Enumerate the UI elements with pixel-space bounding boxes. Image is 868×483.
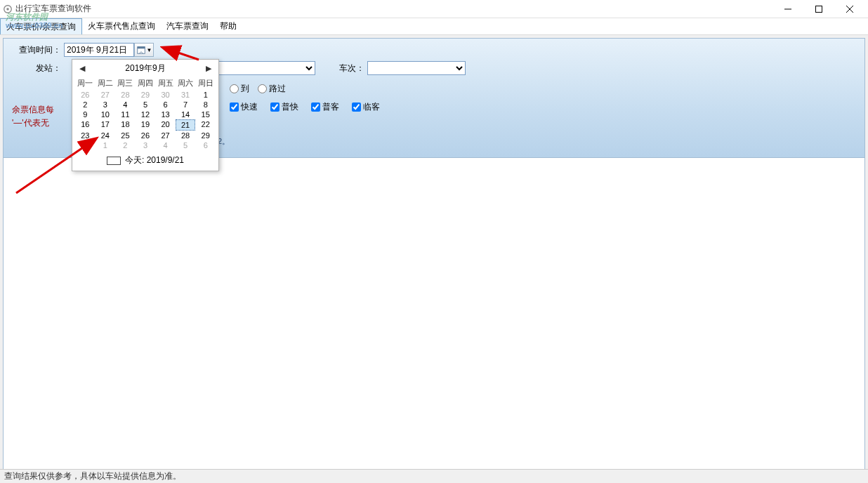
cal-day[interactable]: 6 [195, 140, 216, 150]
cal-day[interactable]: 14 [176, 110, 196, 119]
cal-day[interactable]: 1 [195, 90, 216, 100]
cal-day[interactable]: 15 [195, 110, 216, 119]
cal-day[interactable]: 17 [96, 119, 116, 131]
titlebar: 出行宝车票查询软件 [0, 0, 868, 18]
cal-day[interactable]: 30 [75, 140, 96, 150]
tab-bus-query[interactable]: 汽车票查询 [161, 18, 214, 34]
cal-day[interactable]: 4 [155, 140, 176, 150]
app-icon [3, 4, 13, 14]
cal-day[interactable]: 29 [195, 131, 216, 140]
svg-rect-3 [816, 6, 822, 13]
cal-day[interactable]: 26 [136, 131, 156, 140]
cal-day[interactable]: 9 [75, 110, 96, 119]
cal-next-month[interactable]: ▶ [202, 62, 216, 74]
radio-pass[interactable]: 路过 [258, 83, 286, 95]
check-linke[interactable]: 临客 [352, 101, 380, 113]
window-title: 出行宝车票查询软件 [15, 3, 772, 15]
check-pukuai[interactable]: 普快 [270, 101, 298, 113]
cal-day[interactable]: 23 [75, 131, 96, 140]
cal-day[interactable]: 30 [155, 90, 176, 100]
cal-dow: 周六 [176, 77, 196, 90]
cal-day[interactable]: 20 [155, 119, 176, 131]
radio-arrive[interactable]: 到 [230, 83, 249, 95]
cal-day[interactable]: 2 [75, 100, 96, 110]
departure-label: 发站： [12, 62, 61, 74]
cal-dow: 周四 [136, 77, 156, 90]
cal-day[interactable]: 6 [155, 100, 176, 110]
check-puke[interactable]: 普客 [311, 101, 339, 113]
route-mode-group: 到 路过 [230, 83, 286, 95]
cal-day[interactable]: 21 [176, 119, 196, 131]
tab-train-query[interactable]: 火车票价/余票查询 [0, 18, 82, 34]
cal-day[interactable]: 29 [136, 90, 156, 100]
hint-suffix: 2。 [218, 136, 230, 147]
cal-prev-month[interactable]: ◀ [75, 62, 89, 74]
departure-combo[interactable] [217, 61, 315, 75]
cal-day[interactable]: 1 [96, 140, 116, 150]
maximize-button[interactable] [803, 0, 834, 18]
cal-day[interactable]: 27 [96, 90, 116, 100]
cal-day[interactable]: 25 [115, 131, 136, 140]
cal-day[interactable]: 27 [155, 131, 176, 140]
train-number-combo[interactable] [367, 61, 466, 75]
cal-day[interactable]: 18 [115, 119, 136, 131]
cal-day[interactable]: 19 [136, 119, 156, 131]
svg-point-1 [6, 8, 9, 11]
menu-bar: 火车票价/余票查询 火车票代售点查询 汽车票查询 帮助 [0, 18, 868, 35]
status-text: 查询结果仅供参考，具体以车站提供信息为准。 [4, 470, 181, 482]
cal-day[interactable]: 28 [176, 131, 196, 140]
train-type-group: 快速 普快 普客 临客 [230, 101, 380, 113]
status-bar: 查询结果仅供参考，具体以车站提供信息为准。 [0, 469, 868, 483]
cal-day[interactable]: 5 [136, 100, 156, 110]
query-time-label: 查询时间： [12, 44, 61, 56]
tab-agent-query[interactable]: 火车票代售点查询 [82, 18, 161, 34]
close-button[interactable] [834, 0, 865, 18]
cal-dow: 周二 [96, 77, 116, 90]
cal-day[interactable]: 7 [176, 100, 196, 110]
cal-day[interactable]: 4 [115, 100, 136, 110]
date-input[interactable] [64, 43, 134, 57]
window-controls [772, 0, 865, 18]
cal-today-label: 今天: 2019/9/21 [125, 154, 184, 166]
check-kuaisu[interactable]: 快速 [230, 101, 258, 113]
cal-day[interactable]: 12 [136, 110, 156, 119]
cal-day[interactable]: 3 [136, 140, 156, 150]
cal-day[interactable]: 28 [115, 90, 136, 100]
cal-day[interactable]: 22 [195, 119, 216, 131]
dropdown-arrow-icon: ▼ [147, 47, 152, 53]
results-area [4, 158, 864, 472]
cal-dow: 周日 [195, 77, 216, 90]
cal-dow: 周一 [75, 77, 96, 90]
cal-day[interactable]: 3 [96, 100, 116, 110]
tab-help[interactable]: 帮助 [214, 18, 242, 34]
cal-day[interactable]: 10 [96, 110, 116, 119]
calendar-popup: ◀ 2019年9月 ▶ 周一周二周三周四周五周六周日26272829303112… [72, 59, 219, 171]
cal-day[interactable]: 5 [176, 140, 196, 150]
train-number-label: 车次： [336, 62, 364, 74]
cal-day[interactable]: 24 [96, 131, 116, 140]
minimize-button[interactable] [772, 0, 803, 18]
cal-day[interactable]: 31 [176, 90, 196, 100]
cal-title[interactable]: 2019年9月 [125, 62, 165, 74]
svg-rect-7 [137, 47, 145, 49]
cal-day[interactable]: 2 [115, 140, 136, 150]
cal-day[interactable]: 8 [195, 100, 216, 110]
cal-dow: 周三 [115, 77, 136, 90]
date-picker-button[interactable]: ▼ [134, 43, 154, 57]
cal-day[interactable]: 26 [75, 90, 96, 100]
cal-today-row[interactable]: 今天: 2019/9/21 [72, 152, 218, 171]
cal-day[interactable]: 13 [155, 110, 176, 119]
cal-grid: 周一周二周三周四周五周六周日26272829303112345678910111… [72, 77, 218, 152]
cal-day[interactable]: 11 [115, 110, 136, 119]
cal-today-marker [107, 157, 121, 165]
cal-dow: 周五 [155, 77, 176, 90]
cal-day[interactable]: 16 [75, 119, 96, 131]
